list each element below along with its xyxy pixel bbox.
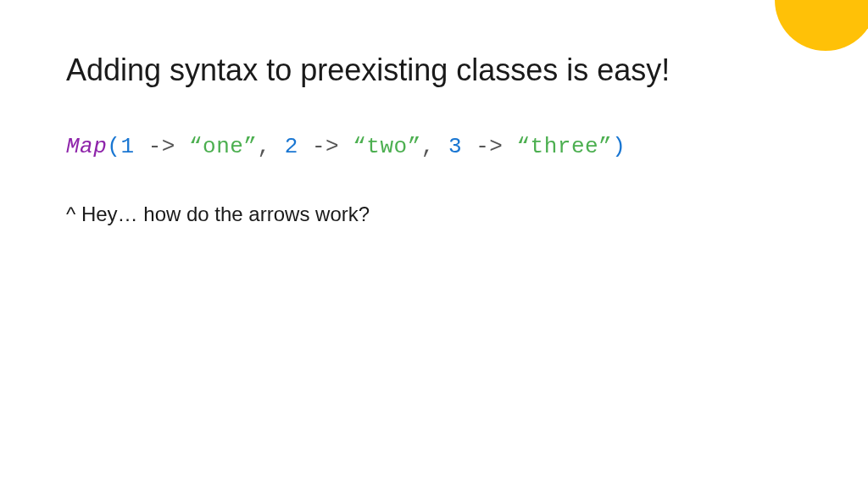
code-lparen: ( [107,134,120,159]
question-text: ^ Hey… how do the arrows work? [66,202,370,226]
code-num-1: 1 [120,134,134,159]
code-str-2: “two” [353,134,421,159]
code-arrow-3: -> [462,134,516,159]
slide-title: Adding syntax to preexisting classes is … [66,53,670,88]
code-comma-1: , [257,134,284,159]
code-comma-2: , [421,134,448,159]
code-map-keyword: Map [66,134,107,159]
code-example: Map(1 -> “one”, 2 -> “two”, 3 -> “three”… [66,134,626,159]
code-arrow-1: -> [135,134,189,159]
code-str-3: “three” [516,134,612,159]
code-rparen: ) [612,134,626,159]
code-num-3: 3 [448,134,462,159]
code-str-1: “one” [189,134,258,159]
sun-decoration [775,0,868,51]
dashed-arc-decoration [0,285,203,488]
code-arrow-2: -> [298,134,353,159]
code-num-2: 2 [285,134,298,159]
